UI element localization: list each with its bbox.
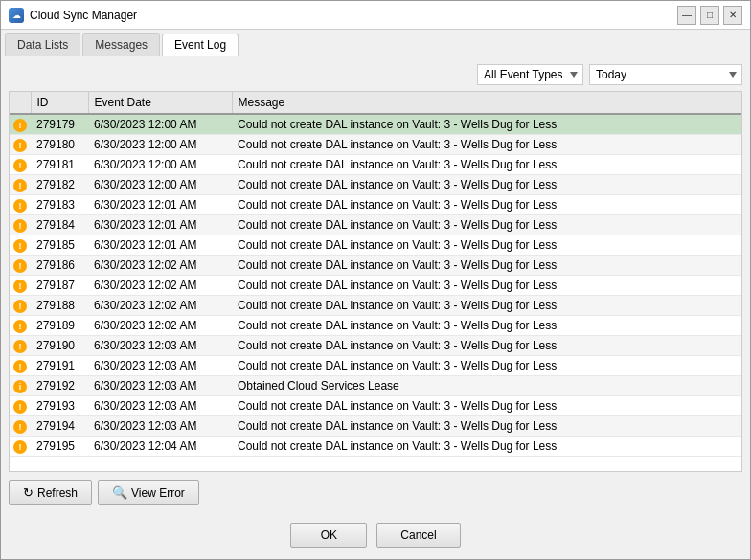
warning-icon: ! <box>13 360 27 373</box>
tab-messages[interactable]: Messages <box>82 33 160 56</box>
table-row[interactable]: !2791916/30/2023 12:03 AMCould not creat… <box>10 356 741 376</box>
tab-bar: Data Lists Messages Event Log <box>1 30 750 56</box>
table-row[interactable]: !2791936/30/2023 12:03 AMCould not creat… <box>10 396 741 416</box>
event-type-filter[interactable]: All Event TypesErrorsWarningsInfo <box>477 64 583 85</box>
warning-icon: ! <box>13 159 27 172</box>
tab-event-log[interactable]: Event Log <box>162 34 239 56</box>
row-id: 279191 <box>31 356 88 376</box>
table-row[interactable]: !2791866/30/2023 12:02 AMCould not creat… <box>10 256 741 276</box>
refresh-button[interactable]: ↻ Refresh <box>9 480 92 505</box>
warning-icon: ! <box>13 400 27 414</box>
row-id: 279187 <box>31 276 88 296</box>
row-icon-cell: ! <box>10 256 31 276</box>
row-id: 279188 <box>31 296 88 316</box>
row-icon-cell: ! <box>10 155 31 175</box>
row-date: 6/30/2023 12:04 AM <box>88 437 232 457</box>
row-date: 6/30/2023 12:00 AM <box>88 135 232 155</box>
window-controls: — □ ✕ <box>677 6 742 25</box>
row-icon-cell: ! <box>10 276 31 296</box>
row-message: Could not create DAL instance on Vault: … <box>232 296 741 316</box>
row-icon-cell: ! <box>10 336 31 356</box>
table-row[interactable]: !2791816/30/2023 12:00 AMCould not creat… <box>10 155 741 175</box>
table-row[interactable]: !2791876/30/2023 12:02 AMCould not creat… <box>10 276 741 296</box>
row-date: 6/30/2023 12:02 AM <box>88 316 232 336</box>
ok-button[interactable]: OK <box>290 523 367 548</box>
row-message: Could not create DAL instance on Vault: … <box>232 416 741 437</box>
event-log-table-container[interactable]: ID Event Date Message !2791796/30/2023 1… <box>9 91 742 472</box>
row-id: 279195 <box>31 437 88 457</box>
row-id: 279179 <box>31 114 88 135</box>
close-button[interactable]: ✕ <box>723 6 742 25</box>
row-message: Could not create DAL instance on Vault: … <box>232 215 741 235</box>
row-message: Obtained Cloud Services Lease <box>232 376 741 396</box>
row-id: 279181 <box>31 155 88 175</box>
table-row[interactable]: !2791796/30/2023 12:00 AMCould not creat… <box>10 114 741 135</box>
event-log-table: ID Event Date Message !2791796/30/2023 1… <box>10 92 741 457</box>
row-message: Could not create DAL instance on Vault: … <box>232 396 741 416</box>
table-row[interactable]: !2791886/30/2023 12:02 AMCould not creat… <box>10 296 741 316</box>
content-area: All Event TypesErrorsWarningsInfo TodayY… <box>1 56 750 515</box>
row-id: 279192 <box>31 376 88 396</box>
row-message: Could not create DAL instance on Vault: … <box>232 437 741 457</box>
view-error-button[interactable]: 🔍 View Error <box>98 480 199 505</box>
row-icon-cell: ! <box>10 296 31 316</box>
row-message: Could not create DAL instance on Vault: … <box>232 195 741 215</box>
row-date: 6/30/2023 12:03 AM <box>88 376 232 396</box>
warning-icon: ! <box>13 340 27 353</box>
filters-row: All Event TypesErrorsWarningsInfo TodayY… <box>9 64 742 85</box>
row-date: 6/30/2023 12:00 AM <box>88 155 232 175</box>
table-row[interactable]: !2791896/30/2023 12:02 AMCould not creat… <box>10 316 741 336</box>
app-icon: ☁ <box>9 8 24 23</box>
dialog-buttons: OK Cancel <box>1 515 750 559</box>
row-icon-cell: ! <box>10 416 31 437</box>
table-row[interactable]: !2791836/30/2023 12:01 AMCould not creat… <box>10 195 741 215</box>
row-date: 6/30/2023 12:01 AM <box>88 215 232 235</box>
warning-icon: ! <box>13 300 27 313</box>
row-date: 6/30/2023 12:01 AM <box>88 235 232 256</box>
table-body: !2791796/30/2023 12:00 AMCould not creat… <box>10 114 741 457</box>
row-message: Could not create DAL instance on Vault: … <box>232 155 741 175</box>
row-id: 279189 <box>31 316 88 336</box>
row-message: Could not create DAL instance on Vault: … <box>232 135 741 155</box>
warning-icon: ! <box>13 179 27 192</box>
row-icon-cell: ! <box>10 356 31 376</box>
row-icon-cell: ! <box>10 114 31 135</box>
row-id: 279183 <box>31 195 88 215</box>
row-id: 279193 <box>31 396 88 416</box>
warning-icon: ! <box>13 280 27 293</box>
row-icon-cell: ! <box>10 195 31 215</box>
row-date: 6/30/2023 12:03 AM <box>88 416 232 437</box>
row-date: 6/30/2023 12:03 AM <box>88 356 232 376</box>
row-id: 279186 <box>31 256 88 276</box>
maximize-button[interactable]: □ <box>700 6 719 25</box>
window-title: Cloud Sync Manager <box>30 9 137 22</box>
row-icon-cell: i <box>10 376 31 396</box>
tab-data-lists[interactable]: Data Lists <box>5 33 80 56</box>
table-row[interactable]: !2791806/30/2023 12:00 AMCould not creat… <box>10 135 741 155</box>
row-id: 279190 <box>31 336 88 356</box>
table-row[interactable]: !2791946/30/2023 12:03 AMCould not creat… <box>10 416 741 437</box>
row-message: Could not create DAL instance on Vault: … <box>232 356 741 376</box>
table-row[interactable]: !2791826/30/2023 12:00 AMCould not creat… <box>10 175 741 195</box>
cancel-button[interactable]: Cancel <box>376 523 460 548</box>
warning-icon: ! <box>13 420 27 434</box>
table-row[interactable]: !2791956/30/2023 12:04 AMCould not creat… <box>10 437 741 457</box>
col-header-message: Message <box>232 92 741 114</box>
minimize-button[interactable]: — <box>677 6 696 25</box>
table-row[interactable]: !2791906/30/2023 12:03 AMCould not creat… <box>10 336 741 356</box>
row-message: Could not create DAL instance on Vault: … <box>232 114 741 135</box>
col-header-icon <box>10 92 31 114</box>
warning-icon: ! <box>13 259 27 273</box>
table-row[interactable]: !2791846/30/2023 12:01 AMCould not creat… <box>10 215 741 235</box>
main-window: ☁ Cloud Sync Manager — □ ✕ Data Lists Me… <box>0 0 751 560</box>
row-message: Could not create DAL instance on Vault: … <box>232 336 741 356</box>
row-icon-cell: ! <box>10 437 31 457</box>
date-filter[interactable]: TodayYesterdayLast 7 DaysLast 30 Days <box>589 64 742 85</box>
row-icon-cell: ! <box>10 215 31 235</box>
row-icon-cell: ! <box>10 316 31 336</box>
table-row[interactable]: !2791856/30/2023 12:01 AMCould not creat… <box>10 235 741 256</box>
table-row[interactable]: i2791926/30/2023 12:03 AMObtained Cloud … <box>10 376 741 396</box>
col-header-id: ID <box>31 92 88 114</box>
warning-icon: ! <box>13 199 27 213</box>
refresh-icon: ↻ <box>23 485 34 500</box>
